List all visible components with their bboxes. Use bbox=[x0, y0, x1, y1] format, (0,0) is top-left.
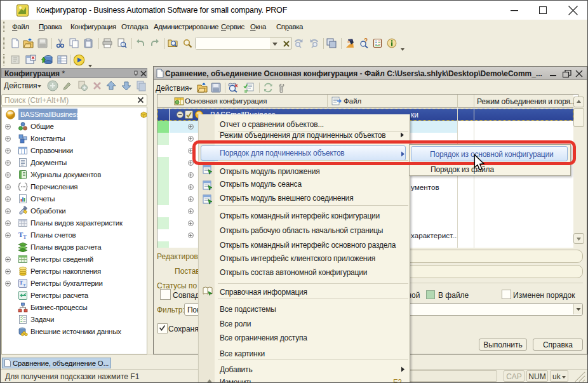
svg-text:T: T bbox=[23, 234, 27, 240]
svg-text:T: T bbox=[23, 283, 26, 288]
